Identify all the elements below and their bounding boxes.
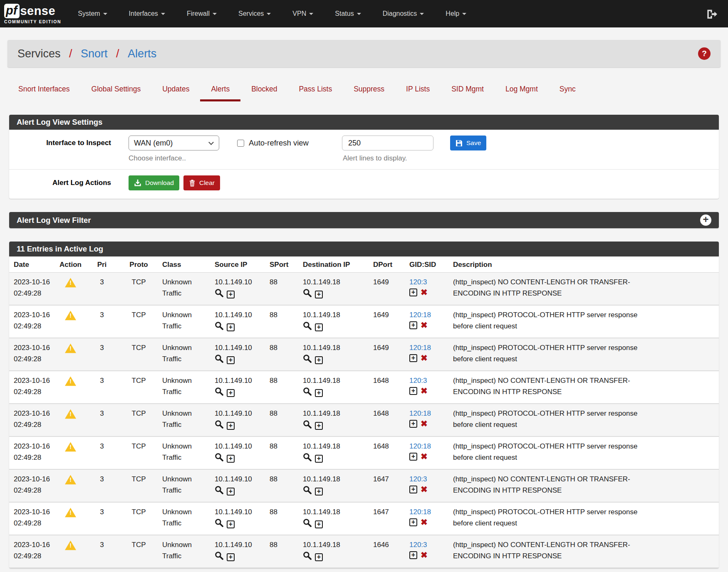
magnifier-icon[interactable] — [303, 288, 312, 301]
tab-log-mgmt[interactable]: Log Mgmt — [495, 79, 549, 101]
tab-sid-mgmt[interactable]: SID Mgmt — [441, 79, 495, 101]
plus-square-icon[interactable] — [227, 488, 235, 496]
magnifier-icon[interactable] — [303, 453, 312, 465]
magnifier-icon[interactable] — [303, 387, 312, 399]
tab-alerts[interactable]: Alerts — [200, 79, 240, 101]
plus-square-icon[interactable] — [409, 321, 417, 329]
plus-square-icon[interactable] — [315, 422, 323, 430]
plus-square-icon[interactable] — [315, 389, 323, 397]
gid-sid-link[interactable]: 120:18 — [409, 409, 431, 417]
tab-sync[interactable]: Sync — [549, 79, 587, 101]
gid-sid-link[interactable]: 120:3 — [409, 475, 427, 483]
x-icon[interactable] — [421, 387, 428, 395]
nav-item-interfaces[interactable]: Interfaces — [118, 10, 176, 17]
x-icon[interactable] — [421, 288, 428, 296]
magnifier-icon[interactable] — [215, 486, 223, 498]
nav-item-vpn[interactable]: VPN — [282, 10, 324, 17]
x-icon[interactable] — [421, 420, 428, 428]
plus-square-icon[interactable] — [315, 291, 323, 298]
nav-item-help[interactable]: Help — [435, 10, 477, 17]
gid-sid-link[interactable]: 120:3 — [409, 541, 427, 549]
magnifier-icon[interactable] — [215, 518, 223, 530]
magnifier-icon[interactable] — [215, 453, 223, 465]
plus-square-icon[interactable] — [409, 420, 417, 428]
tab-pass-lists[interactable]: Pass Lists — [288, 79, 343, 101]
nav-item-diagnostics[interactable]: Diagnostics — [372, 10, 435, 17]
plus-square-icon[interactable] — [409, 354, 417, 362]
nav-item-services[interactable]: Services — [228, 10, 282, 17]
plus-square-icon[interactable] — [409, 453, 417, 461]
x-icon[interactable] — [421, 453, 428, 461]
x-icon[interactable] — [421, 551, 428, 559]
magnifier-icon[interactable] — [303, 551, 312, 563]
interface-select[interactable]: WAN (em0) — [129, 136, 219, 150]
plus-circle-icon[interactable] — [700, 214, 711, 226]
magnifier-icon[interactable] — [215, 420, 223, 432]
breadcrumb-item-snort[interactable]: Snort — [81, 47, 108, 60]
plus-square-icon[interactable] — [409, 518, 417, 526]
gid-sid-link[interactable]: 120:18 — [409, 442, 431, 450]
plus-square-icon[interactable] — [315, 488, 323, 496]
plus-square-icon[interactable] — [227, 291, 235, 298]
gid-sid-link[interactable]: 120:3 — [409, 377, 427, 385]
auto-refresh-toggle[interactable]: Auto-refresh view — [237, 136, 309, 148]
tab-suppress[interactable]: Suppress — [343, 79, 395, 101]
magnifier-icon[interactable] — [215, 551, 223, 563]
magnifier-icon[interactable] — [303, 420, 312, 432]
magnifier-icon[interactable] — [303, 321, 312, 333]
plus-square-icon[interactable] — [409, 486, 417, 493]
tab-ip-lists[interactable]: IP Lists — [395, 79, 441, 101]
cell-class: Unknown Traffic — [159, 535, 211, 568]
plus-square-icon[interactable] — [315, 553, 323, 561]
alert-log-view-filter-bar[interactable]: Alert Log View Filter — [9, 212, 719, 228]
nav-item-label: Help — [446, 10, 459, 17]
alert-lines-input[interactable] — [342, 136, 433, 150]
plus-square-icon[interactable] — [227, 323, 235, 331]
x-icon[interactable] — [421, 518, 428, 526]
plus-square-icon[interactable] — [315, 323, 323, 331]
gid-sid-link[interactable]: 120:18 — [409, 508, 431, 516]
magnifier-icon[interactable] — [303, 518, 312, 530]
column-header-dport: DPort — [370, 256, 406, 273]
x-icon[interactable] — [421, 354, 428, 362]
plus-square-icon[interactable] — [409, 551, 417, 559]
download-button[interactable]: Download — [129, 175, 179, 190]
tab-global-settings[interactable]: Global Settings — [81, 79, 152, 101]
magnifier-icon[interactable] — [215, 387, 223, 399]
plus-square-icon[interactable] — [315, 356, 323, 364]
plus-square-icon[interactable] — [227, 520, 235, 528]
magnifier-icon[interactable] — [215, 354, 223, 366]
tab-snort-interfaces[interactable]: Snort Interfaces — [7, 79, 81, 101]
tab-blocked[interactable]: Blocked — [240, 79, 288, 101]
magnifier-icon[interactable] — [303, 354, 312, 366]
nav-item-status[interactable]: Status — [324, 10, 371, 17]
clear-button[interactable]: Clear — [183, 175, 220, 190]
x-icon[interactable] — [421, 321, 428, 329]
breadcrumb-item-alerts[interactable]: Alerts — [128, 47, 156, 60]
help-icon[interactable] — [698, 47, 711, 60]
plus-square-icon[interactable] — [315, 520, 323, 528]
magnifier-icon[interactable] — [215, 321, 223, 333]
plus-square-icon[interactable] — [409, 288, 417, 296]
gid-sid-link[interactable]: 120:3 — [409, 278, 427, 286]
plus-square-icon[interactable] — [227, 422, 235, 430]
save-button[interactable]: Save — [450, 136, 486, 150]
auto-refresh-checkbox[interactable] — [237, 140, 244, 147]
magnifier-icon[interactable] — [215, 288, 223, 301]
plus-square-icon[interactable] — [315, 455, 323, 463]
sign-out-icon[interactable] — [706, 9, 717, 19]
cell-pri: 3 — [85, 404, 119, 436]
gid-sid-link[interactable]: 120:18 — [409, 311, 431, 319]
plus-square-icon[interactable] — [227, 356, 235, 364]
plus-square-icon[interactable] — [409, 387, 417, 395]
nav-item-firewall[interactable]: Firewall — [176, 10, 228, 17]
pfsense-logo[interactable]: pf sense COMMUNITY EDITION — [4, 4, 61, 24]
nav-item-system[interactable]: System — [67, 10, 118, 17]
gid-sid-link[interactable]: 120:18 — [409, 344, 431, 352]
plus-square-icon[interactable] — [227, 455, 235, 463]
magnifier-icon[interactable] — [303, 486, 312, 498]
plus-square-icon[interactable] — [227, 389, 235, 397]
x-icon[interactable] — [421, 486, 428, 493]
tab-updates[interactable]: Updates — [151, 79, 200, 101]
plus-square-icon[interactable] — [227, 553, 235, 561]
